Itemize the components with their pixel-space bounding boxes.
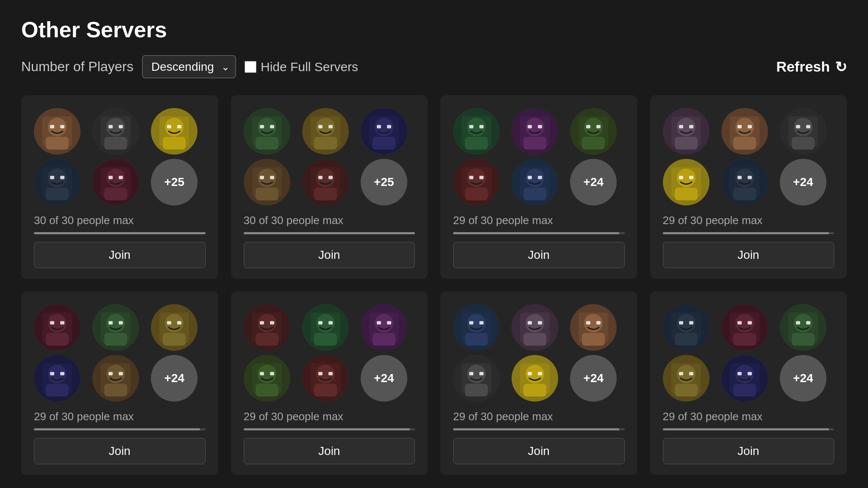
svg-rect-27 [104,188,127,200]
svg-rect-219 [733,333,756,346]
svg-rect-58 [318,176,323,179]
svg-rect-233 [689,372,693,375]
join-button[interactable]: Join [244,242,415,268]
svg-rect-28 [108,176,113,179]
join-button[interactable]: Join [244,438,415,464]
avatar-1 [453,108,500,155]
svg-rect-137 [177,321,181,324]
svg-rect-190 [528,321,532,324]
avatar-1 [34,304,81,351]
svg-rect-207 [523,384,546,396]
svg-rect-161 [328,321,333,324]
avatars-grid: +24 [34,304,206,402]
progress-fill [244,232,415,234]
avatars-grid: +25 [244,108,415,205]
progress-fill [663,428,829,430]
progress-bar [453,428,625,430]
refresh-icon: ↻ [835,58,847,75]
avatar-4 [663,159,709,205]
svg-rect-21 [46,188,69,200]
join-button[interactable]: Join [663,438,835,464]
avatar-4 [663,355,709,402]
avatar-4 [453,355,500,402]
svg-rect-179 [328,372,333,375]
svg-rect-165 [373,333,395,346]
server-player-count: 29 of 30 people max [453,214,625,227]
avatar-3 [151,304,198,351]
svg-rect-183 [465,333,488,346]
progress-fill [453,232,619,234]
avatar-5 [92,159,139,205]
server-player-count: 29 of 30 people max [663,214,835,227]
server-card-4: +24 29 of 30 people max Join [650,95,847,279]
server-player-count: 29 of 30 people max [453,410,625,423]
svg-rect-107 [806,125,810,128]
avatar-3 [570,108,617,155]
server-card-1: +25 30 of 30 people max Join [21,95,218,279]
sort-label: Number of Players [21,59,134,75]
svg-rect-221 [748,321,752,324]
svg-rect-239 [748,372,752,375]
extra-count: +24 [570,159,617,205]
svg-rect-173 [270,372,274,375]
avatar-1 [244,108,290,155]
join-button[interactable]: Join [34,438,206,464]
server-player-count: 29 of 30 people max [34,410,206,423]
svg-rect-178 [318,372,323,375]
extra-count: +24 [361,355,407,402]
extra-count: +24 [780,355,826,402]
svg-rect-232 [679,372,683,375]
hide-full-checkbox[interactable] [245,61,256,73]
svg-rect-155 [270,321,274,324]
extra-count: +24 [570,355,617,402]
svg-rect-167 [387,321,391,324]
svg-rect-87 [523,188,546,200]
avatar-3 [780,304,826,351]
extra-count: +25 [151,159,198,205]
sort-dropdown[interactable]: Descending Ascending [142,55,236,78]
svg-rect-88 [528,176,532,179]
svg-rect-64 [469,125,473,128]
avatars-grid: +24 [663,108,835,205]
svg-rect-213 [675,333,698,346]
server-card-7: +24 29 of 30 people max Join [440,291,637,475]
svg-rect-17 [177,125,181,128]
svg-rect-196 [586,321,590,324]
hide-full-servers-label[interactable]: Hide Full Servers [245,60,358,74]
avatars-grid: +24 [244,304,415,402]
avatar-2 [302,304,349,351]
avatar-3 [570,304,617,351]
svg-rect-209 [538,372,542,375]
join-button[interactable]: Join [34,242,206,268]
svg-rect-113 [689,176,693,179]
svg-rect-9 [104,137,127,150]
svg-rect-4 [50,125,54,128]
avatar-5 [721,159,768,205]
svg-rect-33 [256,137,278,150]
svg-rect-117 [733,188,756,200]
progress-fill [663,232,829,234]
svg-rect-34 [260,125,264,128]
join-button[interactable]: Join [663,242,835,268]
svg-rect-124 [50,321,54,324]
avatar-3 [151,108,198,155]
svg-rect-75 [582,137,605,150]
svg-rect-29 [119,176,123,179]
svg-rect-135 [163,333,186,346]
svg-rect-125 [60,321,64,324]
svg-rect-63 [465,137,488,150]
avatar-3 [361,108,407,155]
avatar-1 [453,304,500,351]
svg-rect-81 [465,188,488,200]
progress-bar [663,232,835,234]
refresh-button[interactable]: Refresh ↻ [776,58,847,75]
progress-bar [453,232,625,234]
join-button[interactable]: Join [453,438,625,464]
svg-rect-77 [596,125,601,128]
server-card-8: +24 29 of 30 people max Join [650,291,847,475]
join-button[interactable]: Join [453,242,625,268]
progress-bar [244,428,415,430]
svg-rect-148 [108,372,113,375]
avatar-1 [663,304,709,351]
svg-rect-22 [50,176,54,179]
